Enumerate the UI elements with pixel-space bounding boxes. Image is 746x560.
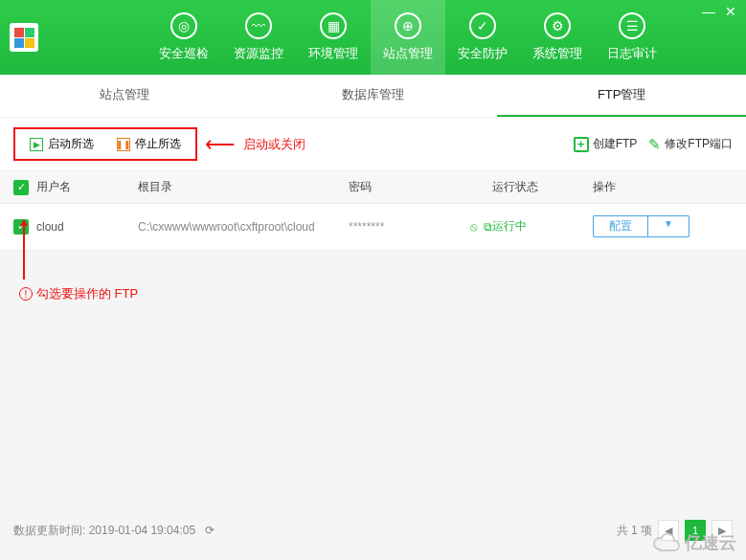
annotation-box: ▶ 启动所选 ❚❚ 停止所选 (13, 127, 197, 161)
nav-label: 系统管理 (532, 45, 582, 62)
gear-icon: ⚙ (544, 12, 571, 39)
nav-label: 安全巡检 (159, 45, 209, 62)
chevron-down-icon[interactable]: ▼ (647, 216, 689, 236)
watermark: 亿速云 (652, 531, 736, 554)
select-all-checkbox[interactable]: ✓ (13, 180, 29, 195)
nav-log-audit[interactable]: ☰ 日志审计 (595, 0, 669, 75)
nav-label: 日志审计 (607, 45, 657, 62)
button-label: 创建FTP (593, 136, 638, 152)
log-icon: ☰ (619, 12, 645, 39)
info-icon: ! (19, 287, 33, 301)
globe-icon: ⊕ (395, 12, 421, 39)
cell-password: ******** ⦸ ⧉ (349, 220, 492, 234)
annotation-arrow-line (23, 220, 25, 280)
nav-system-manage[interactable]: ⚙ 系统管理 (520, 0, 595, 75)
close-button[interactable]: ✕ (725, 4, 736, 19)
edit-icon: ✎ (648, 136, 661, 153)
button-label: 配置 (594, 216, 647, 236)
play-icon: ▶ (30, 138, 43, 151)
button-label: 修改FTP端口 (665, 136, 733, 152)
server-icon: ▦ (320, 12, 347, 39)
col-root: 根目录 (138, 179, 349, 195)
brand-text (53, 18, 139, 56)
nav-label: 安全防护 (458, 45, 508, 62)
col-password: 密码 (349, 179, 492, 195)
start-selected-button[interactable]: ▶ 启动所选 (21, 132, 102, 156)
minimize-button[interactable]: — (702, 4, 715, 19)
refresh-button[interactable]: ⟳ (201, 522, 218, 539)
chart-icon: 〰 (245, 12, 272, 39)
tab-site[interactable]: 站点管理 (0, 75, 249, 117)
password-mask: ******** (349, 220, 384, 234)
cell-status: 运行中 (492, 218, 593, 235)
modify-port-button[interactable]: ✎ 修改FTP端口 (648, 136, 733, 153)
copy-icon[interactable]: ⧉ (484, 220, 492, 234)
annotation-arrow-icon: ⟵ (205, 132, 236, 157)
annotation-check-hint: ! 勾选要操作的 FTP (19, 285, 138, 302)
nav-site-manage[interactable]: ⊕ 站点管理 (371, 0, 445, 75)
nav-env-manage[interactable]: ▦ 环境管理 (296, 0, 371, 75)
status-bar: 数据更新时间: 2019-01-04 19:04:05 ⟳ 共 1 项 ◀ 1 … (0, 520, 746, 541)
stop-selected-button[interactable]: ❚❚ 停止所选 (108, 132, 190, 156)
target-icon: ◎ (170, 12, 197, 39)
window-controls: — ✕ (702, 4, 736, 19)
app-logo (10, 23, 38, 52)
table-row: ✓ cloud C:\cxwww\wwwroot\cxftproot\cloud… (0, 204, 746, 249)
config-button[interactable]: 配置 ▼ (593, 215, 689, 237)
nav-label: 资源监控 (234, 45, 283, 62)
cell-user: cloud (36, 220, 64, 234)
toolbar: ▶ 启动所选 ❚❚ 停止所选 ⟵ 启动或关闭 + 创建FTP ✎ 修改FTP端口 (0, 118, 746, 170)
main-nav: ◎ 安全巡检 〰 资源监控 ▦ 环境管理 ⊕ 站点管理 ✓ 安全防护 ⚙ 系统管… (147, 0, 669, 75)
nav-security-inspect[interactable]: ◎ 安全巡检 (147, 0, 221, 75)
col-user: 用户名 (36, 179, 71, 195)
shield-icon: ✓ (469, 12, 496, 39)
col-ops: 操作 (593, 179, 733, 195)
tab-database[interactable]: 数据库管理 (249, 75, 498, 117)
table-header: ✓ 用户名 根目录 密码 运行状态 操作 (0, 170, 746, 204)
toolbar-right: + 创建FTP ✎ 修改FTP端口 (574, 136, 733, 153)
annotation-text: 勾选要操作的 FTP (36, 285, 138, 302)
nav-resource-monitor[interactable]: 〰 资源监控 (221, 0, 296, 75)
watermark-text: 亿速云 (685, 531, 736, 554)
update-label: 数据更新时间: (13, 523, 85, 539)
total-count: 共 1 项 (617, 523, 652, 539)
update-time: 2019-01-04 19:04:05 (89, 524, 195, 537)
button-label: 启动所选 (48, 136, 94, 152)
nav-label: 环境管理 (308, 45, 358, 62)
sub-tabs: 站点管理 数据库管理 FTP管理 (0, 75, 746, 118)
button-label: 停止所选 (135, 136, 181, 152)
create-ftp-button[interactable]: + 创建FTP (574, 136, 638, 153)
col-status: 运行状态 (492, 179, 593, 195)
nav-label: 站点管理 (383, 45, 433, 62)
tab-ftp[interactable]: FTP管理 (497, 75, 746, 117)
ftp-table: ✓ 用户名 根目录 密码 运行状态 操作 ✓ cloud C:\cxwww\ww… (0, 170, 746, 249)
cloud-icon (652, 532, 681, 553)
cell-rootdir: C:\cxwww\wwwroot\cxftproot\cloud (138, 220, 349, 234)
title-bar: — ✕ ◎ 安全巡检 〰 资源监控 ▦ 环境管理 ⊕ 站点管理 ✓ 安全防护 ⚙… (0, 0, 746, 75)
annotation-text: 启动或关闭 (243, 136, 305, 153)
toggle-visibility-icon[interactable]: ⦸ (470, 220, 478, 234)
nav-security-protect[interactable]: ✓ 安全防护 (445, 0, 520, 75)
pause-icon: ❚❚ (117, 138, 130, 151)
plus-icon: + (574, 137, 589, 152)
